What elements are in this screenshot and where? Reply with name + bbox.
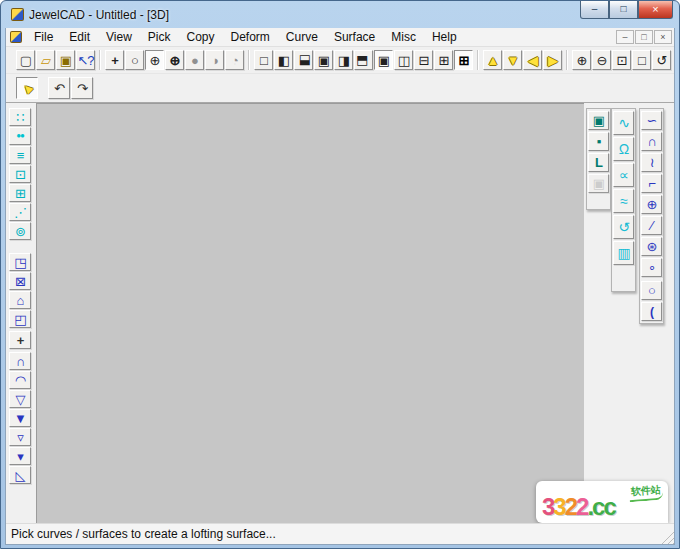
save-button[interactable]: ▣ — [56, 50, 75, 70]
open-folder-icon: ▱ — [41, 54, 50, 67]
arc-profile-thick-button[interactable]: ◠ — [9, 371, 31, 389]
group-gap — [9, 240, 34, 253]
triangle-profile-filled-button[interactable]: ▼ — [9, 409, 31, 427]
blend-curve-button[interactable]: ≀ — [641, 153, 662, 172]
rotate-left-button[interactable]: ◀ — [523, 50, 542, 70]
circular-array-button[interactable]: ⊚ — [9, 222, 31, 240]
menu-deform[interactable]: Deform — [223, 29, 278, 45]
rotate-down-button[interactable]: ▼ — [503, 50, 522, 70]
yellow-down-triangle-icon: ▼ — [507, 54, 519, 67]
arch-profile-button[interactable]: ⌂ — [9, 291, 31, 309]
menu-help[interactable]: Help — [424, 29, 465, 45]
zoom-in-button[interactable]: ⊕ — [572, 50, 591, 70]
taper-profile-filled-button[interactable]: ▾ — [9, 447, 31, 465]
rendered-display-button[interactable]: ◔ — [225, 50, 244, 70]
zoom-extents-button[interactable]: □ — [632, 50, 651, 70]
open-arc-icon: ( — [650, 306, 653, 318]
maximize-button[interactable]: □ — [609, 1, 638, 19]
diagonal-array-button[interactable]: ⋰ — [9, 203, 31, 221]
zoom-window-button[interactable]: ⊡ — [612, 50, 631, 70]
new-button[interactable]: ▢ — [16, 50, 35, 70]
wedge-profile-button[interactable]: ◺ — [9, 466, 31, 484]
polygon-curve-button[interactable]: ⊛ — [641, 237, 662, 256]
shaded-display-button[interactable]: ● — [185, 50, 204, 70]
vase-surface-button[interactable]: Ω — [613, 137, 634, 161]
undo-button[interactable]: ↶ — [48, 77, 70, 99]
profile-node-button[interactable]: ⊡ — [9, 165, 31, 183]
triangle-profile-button[interactable]: ▽ — [9, 390, 31, 408]
viewport-right-button[interactable]: ◨ — [334, 50, 353, 70]
taper-profile-button[interactable]: ▿ — [9, 428, 31, 446]
menu-copy[interactable]: Copy — [179, 29, 223, 45]
rotate-right-button[interactable]: ▶ — [543, 50, 562, 70]
menu-misc[interactable]: Misc — [383, 29, 424, 45]
rotate-up-button[interactable]: ▲ — [483, 50, 502, 70]
mdi-system-menu-icon[interactable] — [10, 31, 22, 43]
viewport-quad-active-button[interactable]: ⊞ — [454, 50, 473, 70]
menu-file[interactable]: File — [26, 29, 61, 45]
stacked-ellipses-button[interactable]: ≡ — [9, 146, 31, 164]
yellow-left-triangle-icon: ◀ — [528, 54, 537, 67]
extend-surface-button[interactable]: ◳ — [9, 253, 31, 271]
menu-pick[interactable]: Pick — [140, 29, 179, 45]
arc-profile-thin-button[interactable]: ∩ — [9, 352, 31, 370]
menu-bar: FileEditViewPickCopyDeformCurveSurfaceMi… — [6, 28, 674, 47]
zoom-previous-button[interactable]: ↺ — [652, 50, 671, 70]
copy-objects-button[interactable]: ▣ — [588, 111, 609, 130]
pick-control-points-button[interactable]: ∷ — [9, 108, 31, 126]
shaded-edges-display-button[interactable]: ◑ — [205, 50, 224, 70]
snap-point-button[interactable]: + — [9, 331, 31, 349]
pair-ellipses-button[interactable]: ●● — [9, 127, 31, 145]
corner-tool-button[interactable]: L — [588, 153, 609, 172]
crossed-rect-button[interactable]: ⊠ — [9, 272, 31, 290]
viewport-active-button[interactable]: ▣ — [374, 50, 393, 70]
mdi-restore-button[interactable]: □ — [635, 30, 653, 44]
menu-view[interactable]: View — [98, 29, 140, 45]
small-circle-curve-button[interactable]: ∘ — [641, 258, 662, 277]
polyline-curve-button[interactable]: ∕ — [641, 216, 662, 235]
resize-grip-icon[interactable] — [660, 530, 674, 544]
spiral-surface-button[interactable]: ↺ — [613, 215, 634, 239]
ellipse-curve-button[interactable]: ○ — [641, 281, 662, 300]
revolve-icon: ∝ — [619, 168, 628, 182]
minimize-button[interactable]: – — [580, 1, 609, 19]
zoom-extents-icon: □ — [638, 54, 645, 67]
sweep-surface-button[interactable]: ∿ — [613, 111, 634, 135]
viewport-bottom-button[interactable]: ◧ — [294, 50, 313, 70]
flip-rect-button[interactable]: ◰ — [9, 310, 31, 328]
viewport-center-button[interactable]: ▣ — [314, 50, 333, 70]
open-arc-curve-button[interactable]: ( — [641, 302, 662, 321]
freeform-curve-button[interactable]: ∽ — [641, 111, 662, 130]
wireframe-center-display-button[interactable]: ⊕ — [145, 50, 164, 70]
menu-surface[interactable]: Surface — [326, 29, 383, 45]
viewport-top-button[interactable]: ◧ — [354, 50, 373, 70]
grid-array-button[interactable]: ⊞ — [9, 184, 31, 202]
tangent-curve-button[interactable]: ⌐ — [641, 174, 662, 193]
open-button[interactable]: ▱ — [36, 50, 55, 70]
viewport-left-button[interactable]: ◧ — [274, 50, 293, 70]
viewport-3d[interactable] — [36, 103, 584, 523]
shell-surface-button[interactable]: ≈ — [613, 189, 634, 213]
zoom-out-button[interactable]: ⊖ — [592, 50, 611, 70]
arc-curve-button[interactable]: ∩ — [641, 132, 662, 151]
viewport-split-vertical-button[interactable]: ◫ — [394, 50, 413, 70]
viewport-quad-button[interactable]: ⊞ — [434, 50, 453, 70]
circle-curve-button[interactable]: ⊕ — [641, 195, 662, 214]
panel-surface-button[interactable]: ▥ — [613, 241, 634, 265]
revolve-surface-button[interactable]: ∝ — [613, 163, 634, 187]
menu-curve[interactable]: Curve — [278, 29, 326, 45]
viewport-single-button[interactable]: □ — [254, 50, 273, 70]
hidden-line-display-button[interactable]: ⊕ — [165, 50, 184, 70]
viewport-split-horizontal-button[interactable]: ⊟ — [414, 50, 433, 70]
menu-edit[interactable]: Edit — [61, 29, 98, 45]
paste-object-button[interactable]: ▪ — [588, 132, 609, 151]
small-square-icon: ▪ — [597, 135, 601, 148]
select-button[interactable]: ▲ — [16, 77, 38, 99]
wireframe-display-button[interactable]: ○ — [125, 50, 144, 70]
point-display-button[interactable]: + — [105, 50, 124, 70]
mdi-close-button[interactable]: × — [654, 30, 672, 44]
close-button[interactable]: × — [638, 1, 673, 19]
redo-button[interactable]: ↷ — [71, 77, 93, 99]
mdi-minimize-button[interactable]: – — [616, 30, 634, 44]
context-help-button[interactable]: ↖? — [76, 50, 95, 70]
